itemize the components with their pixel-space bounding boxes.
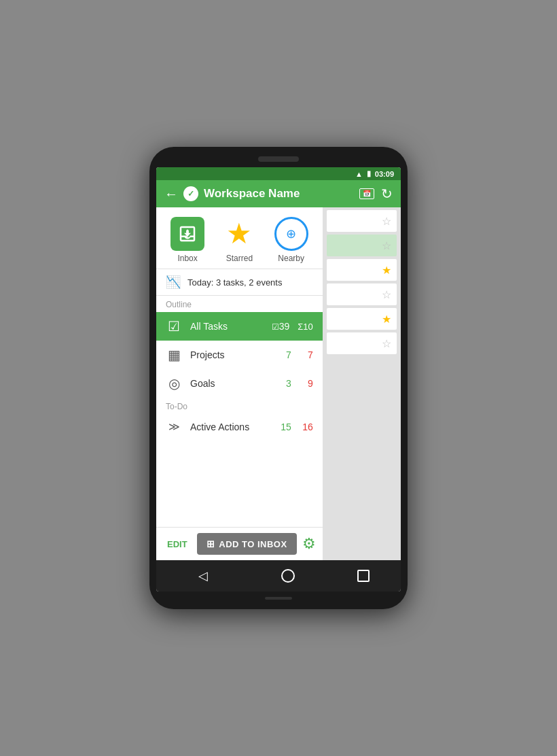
left-panel: Inbox ★ Starred ⊕ (156, 207, 323, 560)
main-content: Inbox ★ Starred ⊕ (156, 207, 401, 560)
nearby-label: Nearby (278, 254, 304, 263)
today-text: Today: 3 tasks, 2 events (187, 277, 282, 288)
all-tasks-label: All Tasks (190, 321, 264, 332)
all-tasks-icon: ☑ (166, 318, 182, 334)
active-actions-count1: 15 (278, 422, 291, 432)
starred-action[interactable]: ★ Starred (222, 217, 256, 263)
outline-section-label: Outline (156, 296, 323, 312)
today-row[interactable]: 📉 Today: 3 tasks, 2 events (156, 269, 323, 296)
today-chart-icon: 📉 (166, 275, 181, 290)
star-icon-6[interactable]: ☆ (382, 337, 391, 350)
navigation-bar: ◁ (156, 560, 401, 591)
sync-icon[interactable]: ↻ (381, 186, 393, 202)
status-time: 03:09 (375, 170, 394, 178)
star-icon-5[interactable]: ★ (382, 313, 391, 326)
all-tasks-count2: 10 (298, 322, 313, 332)
back-button[interactable]: ← (164, 186, 178, 202)
back-nav-button[interactable]: ◁ (187, 566, 219, 586)
add-inbox-label: ADD TO INBOX (219, 539, 287, 549)
nearby-circle-icon: ⊕ (274, 217, 308, 251)
inbox-icon-box (170, 217, 204, 251)
inbox-icon-container (170, 217, 204, 251)
bottom-bar: EDIT ⊞ ADD TO INBOX ⚙ (156, 527, 323, 560)
speaker (258, 156, 299, 162)
settings-gear-icon[interactable]: ⚙ (302, 535, 316, 553)
workspace-name: Workspace Name (204, 187, 354, 201)
all-tasks-count1: ☑39 (272, 321, 290, 332)
projects-count2: 7 (300, 349, 313, 360)
goals-label: Goals (190, 378, 270, 389)
right-panel: ☆ ☆ ★ ☆ ★ ☆ (323, 207, 401, 560)
right-list-item: ☆ (327, 332, 397, 354)
menu-item-goals[interactable]: ◎ Goals 3 9 (156, 369, 323, 398)
calendar-icon[interactable]: 📅 (359, 188, 374, 199)
header-icons: 📅 ↻ (359, 186, 393, 202)
projects-label: Projects (190, 349, 270, 360)
quick-actions: Inbox ★ Starred ⊕ (156, 207, 323, 269)
active-actions-label: Active Actions (190, 422, 270, 432)
menu-item-projects[interactable]: ▦ Projects 7 7 (156, 341, 323, 369)
status-bar: ▲ ▮ 03:09 (156, 167, 401, 180)
star-icon-3[interactable]: ★ (382, 264, 391, 277)
phone-screen: ▲ ▮ 03:09 ← ✓ Workspace Name 📅 ↻ (156, 167, 401, 591)
app-header: ← ✓ Workspace Name 📅 ↻ (156, 180, 401, 207)
spacer (156, 439, 323, 527)
signal-icon: ▲ (355, 170, 363, 178)
active-actions-count2: 16 (300, 422, 313, 432)
home-button (265, 597, 292, 600)
projects-count1: 7 (278, 349, 291, 360)
right-list-item: ★ (327, 259, 397, 281)
inbox-svg (177, 224, 198, 244)
right-list-item: ☆ (327, 210, 397, 232)
inbox-action[interactable]: Inbox (170, 217, 204, 263)
menu-item-active-actions[interactable]: ≫ Active Actions 15 16 (156, 414, 323, 439)
active-actions-icon: ≫ (166, 420, 182, 433)
right-list-item: ★ (327, 308, 397, 330)
projects-icon: ▦ (166, 347, 182, 363)
starred-label: Starred (226, 254, 253, 263)
menu-item-all-tasks[interactable]: ☑ All Tasks ☑39 10 (156, 312, 323, 341)
recent-nav-button[interactable] (357, 570, 370, 582)
battery-icon: ▮ (367, 169, 371, 178)
right-list-item: ☆ (327, 235, 397, 256)
star-icon-4[interactable]: ☆ (382, 288, 391, 301)
star-icon-2[interactable]: ☆ (382, 239, 391, 252)
todo-section-label: To-Do (156, 398, 323, 414)
home-nav-button[interactable] (281, 569, 295, 583)
goals-count1: 3 (278, 378, 291, 389)
goals-count2: 9 (300, 378, 313, 389)
inbox-label: Inbox (177, 254, 197, 263)
nearby-icon-container: ⊕ (274, 217, 308, 251)
goals-icon: ◎ (166, 375, 182, 392)
add-to-inbox-button[interactable]: ⊞ ADD TO INBOX (197, 533, 297, 555)
star-icon-1[interactable]: ☆ (382, 215, 391, 228)
starred-icon-container: ★ (222, 217, 256, 251)
add-inbox-icon: ⊞ (206, 538, 215, 549)
starred-star-icon: ★ (226, 220, 252, 248)
phone-device: ▲ ▮ 03:09 ← ✓ Workspace Name 📅 ↻ (149, 147, 408, 609)
nearby-action[interactable]: ⊕ Nearby (274, 217, 308, 263)
edit-button[interactable]: EDIT (163, 536, 192, 552)
workspace-check-icon: ✓ (183, 186, 198, 201)
right-list-item: ☆ (327, 284, 397, 305)
